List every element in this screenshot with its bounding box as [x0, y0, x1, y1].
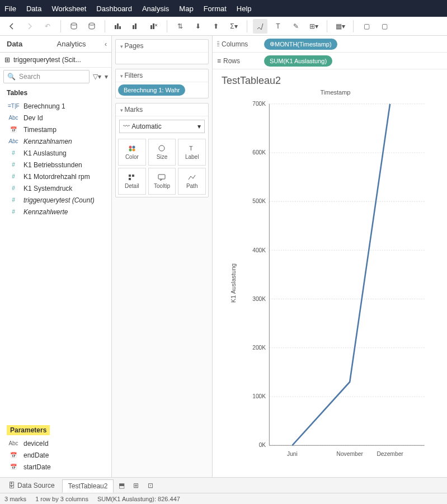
svg-text:November: November — [337, 451, 364, 457]
new-data-button[interactable] — [67, 19, 81, 34]
parameter-item[interactable]: AbcdeviceId — [3, 437, 108, 449]
svg-rect-16 — [132, 175, 134, 177]
tab-analytics[interactable]: Analytics — [50, 36, 101, 52]
status-bar: 3 marks 1 row by 3 columns SUM(K1 Auslas… — [0, 493, 447, 504]
menu-file[interactable]: File — [4, 4, 16, 13]
mark-path[interactable]: Path — [178, 168, 206, 195]
svg-point-1 — [89, 23, 95, 25]
columns-icon: ⦙⦙ — [217, 40, 219, 48]
svg-rect-3 — [117, 23, 119, 29]
clear-button[interactable] — [147, 19, 161, 34]
svg-text:600K: 600K — [252, 149, 266, 156]
svg-text:Juni: Juni — [287, 451, 298, 457]
field-item[interactable]: #K1 Auslastung — [3, 147, 108, 159]
forward-button[interactable] — [22, 19, 37, 34]
fit-button[interactable]: ⊞▾ — [307, 19, 321, 34]
sort-desc-button[interactable]: ⬆ — [209, 19, 223, 34]
svg-rect-8 — [153, 23, 154, 29]
field-type-icon: =T|F — [8, 103, 19, 109]
field-label: K1 Systemdruck — [23, 185, 72, 192]
menu-help[interactable]: Help — [237, 4, 252, 13]
field-item[interactable]: =T|FBerechnung 1 — [3, 100, 108, 112]
sheet-tabs: 🗄Data Source TestTableau2 ⬒ ⊞ ⊡ — [0, 477, 447, 493]
tab-sheet[interactable]: TestTableau2 — [62, 479, 114, 493]
field-item[interactable]: #K1 Motordrehzahl rpm — [3, 171, 108, 182]
status-sum: SUM(K1 Auslastung): 826.447 — [97, 496, 180, 502]
parameter-item[interactable]: 📅startDate — [3, 461, 108, 473]
param-label: startDate — [23, 463, 51, 471]
mark-label[interactable]: TLabel — [178, 139, 206, 166]
new-worksheet-button[interactable] — [111, 19, 125, 34]
search-input[interactable]: 🔍 Search — [3, 70, 90, 83]
field-item[interactable]: AbcKennzahlnamen — [3, 135, 108, 147]
sort-asc-button[interactable]: ⬇ — [191, 19, 205, 34]
menu-worksheet[interactable]: Worksheet — [51, 4, 86, 13]
menu-analysis[interactable]: Analysis — [142, 4, 169, 13]
field-label: K1 Betriebsstunden — [23, 161, 82, 169]
highlight-button[interactable] — [253, 19, 267, 34]
filter-pill[interactable]: Berechnung 1: Wahr — [118, 84, 185, 96]
field-label: Kennzahlnamen — [23, 138, 72, 145]
new-sheet-button[interactable]: ⬒ — [115, 482, 128, 489]
menu-dashboard[interactable]: Dashboard — [96, 4, 132, 13]
pages-shelf[interactable]: Pages — [115, 39, 209, 64]
new-story-button[interactable]: ⊡ — [144, 482, 157, 489]
rows-shelf[interactable]: ≡Rows SUM(K1 Auslastung) — [213, 53, 447, 69]
shelves-column: Pages Filters Berechnung 1: Wahr Marks 〰… — [112, 36, 213, 477]
marks-card: Marks 〰 Automatic ▾ Color Size TLabel De… — [115, 103, 209, 197]
mark-color[interactable]: Color — [118, 139, 146, 166]
svg-text:700K: 700K — [252, 101, 266, 107]
menu-format[interactable]: Format — [204, 4, 227, 13]
label-button[interactable]: T — [271, 19, 285, 34]
showme-button[interactable]: ▦▾ — [333, 19, 347, 34]
parameter-item[interactable]: 📅endDate — [3, 449, 108, 461]
chart-area: Timestamp K1 Auslastung 0K100K200K300K40… — [213, 89, 447, 477]
rows-label: Rows — [223, 57, 240, 65]
rows-pill[interactable]: SUM(K1 Auslastung) — [264, 55, 332, 67]
totals-button[interactable]: Σ▾ — [227, 19, 241, 34]
parameters-header: Parameters — [7, 425, 50, 435]
presentation-button[interactable]: ▢ — [359, 19, 374, 34]
field-item[interactable]: #triggerquerytest (Count) — [3, 194, 108, 206]
field-type-icon: Abc — [8, 115, 19, 121]
field-label: Berechnung 1 — [23, 102, 65, 110]
field-label: Dev Id — [23, 114, 43, 122]
field-item[interactable]: #K1 Betriebsstunden — [3, 159, 108, 171]
mark-size[interactable]: Size — [148, 139, 176, 166]
swap-button[interactable]: ⇅ — [173, 19, 187, 34]
columns-label: Columns — [222, 40, 248, 48]
datasource-item[interactable]: ⊞ triggerquerytest (Scit... — [0, 53, 111, 68]
marks-type-dropdown[interactable]: 〰 Automatic ▾ — [119, 120, 205, 133]
refresh-data-button[interactable] — [84, 19, 99, 34]
undo-button[interactable]: ↶ — [40, 19, 55, 34]
field-item[interactable]: #Kennzahlwerte — [3, 206, 108, 218]
svg-rect-4 — [119, 26, 121, 29]
tab-data[interactable]: Data — [0, 36, 50, 52]
share-button[interactable]: ▢ — [377, 19, 392, 34]
field-item[interactable]: AbcDev Id — [3, 112, 108, 124]
svg-text:0K: 0K — [259, 442, 266, 448]
mark-tooltip[interactable]: Tooltip — [148, 168, 176, 195]
duplicate-button[interactable] — [129, 19, 143, 34]
marks-type-label: Automatic — [131, 123, 161, 130]
back-button[interactable] — [4, 19, 19, 34]
field-item[interactable]: 📅Timestamp — [3, 124, 108, 135]
collapse-pane-button[interactable]: ‹ — [100, 40, 111, 48]
menu-data[interactable]: Data — [26, 4, 41, 13]
new-dashboard-button[interactable]: ⊞ — [129, 482, 143, 489]
svg-rect-2 — [115, 25, 116, 29]
filters-shelf[interactable]: Filters Berechnung 1: Wahr — [115, 69, 209, 98]
worksheet-title[interactable]: TestTableau2 — [213, 69, 447, 89]
filter-icon[interactable]: ▽▾ — [93, 73, 101, 81]
columns-shelf[interactable]: ⦙⦙Columns ⊕ MONTH(Timestamp) — [213, 36, 447, 53]
search-icon: 🔍 — [7, 73, 16, 81]
mark-detail[interactable]: Detail — [118, 168, 146, 195]
tab-datasource[interactable]: 🗄Data Source — [2, 479, 61, 492]
param-label: endDate — [23, 451, 49, 459]
menu-map[interactable]: Map — [179, 4, 193, 13]
columns-pill[interactable]: ⊕ MONTH(Timestamp) — [264, 39, 337, 50]
view-menu-icon[interactable]: ▾ — [105, 73, 108, 81]
field-item[interactable]: #K1 Systemdruck — [3, 182, 108, 194]
rows-icon: ≡ — [217, 57, 221, 65]
format-button[interactable]: ✎ — [289, 19, 303, 34]
